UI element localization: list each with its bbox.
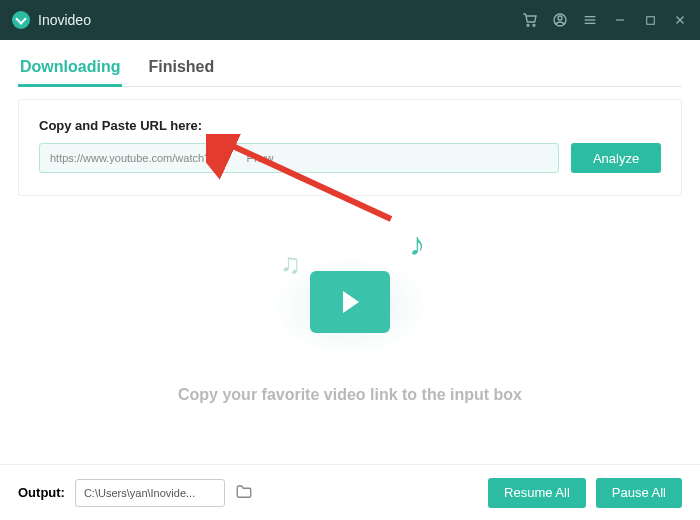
url-input-row: Analyze [39,143,661,173]
tab-downloading[interactable]: Downloading [18,50,122,86]
main-content: Downloading Finished Copy and Paste URL … [0,40,700,454]
tab-finished[interactable]: Finished [146,50,216,86]
resume-all-button[interactable]: Resume All [488,478,586,508]
pause-all-button[interactable]: Pause All [596,478,682,508]
svg-point-3 [558,16,562,20]
output-label: Output: [18,485,65,500]
analyze-button[interactable]: Analyze [571,143,661,173]
titlebar: Inovideo [0,0,700,40]
user-icon[interactable] [552,12,568,28]
browse-folder-icon[interactable] [235,483,255,503]
menu-icon[interactable] [582,12,598,28]
empty-state-text: Copy your favorite video link to the inp… [18,386,682,404]
maximize-icon[interactable] [642,12,658,28]
cart-icon[interactable] [522,12,538,28]
footer-bar: Output: C:\Users\yan\Inovide... Resume A… [0,464,700,520]
app-logo-icon [12,11,30,29]
app-title: Inovideo [38,12,522,28]
video-illustration-icon: ♫ ♪ [260,226,440,366]
svg-point-1 [533,24,535,26]
svg-point-0 [527,24,529,26]
url-input-label: Copy and Paste URL here: [39,118,661,133]
close-icon[interactable] [672,12,688,28]
url-input[interactable] [39,143,559,173]
empty-state: ♫ ♪ Copy your favorite video link to the… [18,196,682,454]
svg-rect-8 [646,16,654,24]
url-input-card: Copy and Paste URL here: Analyze [18,99,682,196]
output-path-field[interactable]: C:\Users\yan\Inovide... [75,479,225,507]
window-controls [522,12,688,28]
minimize-icon[interactable] [612,12,628,28]
tab-bar: Downloading Finished [18,50,682,87]
